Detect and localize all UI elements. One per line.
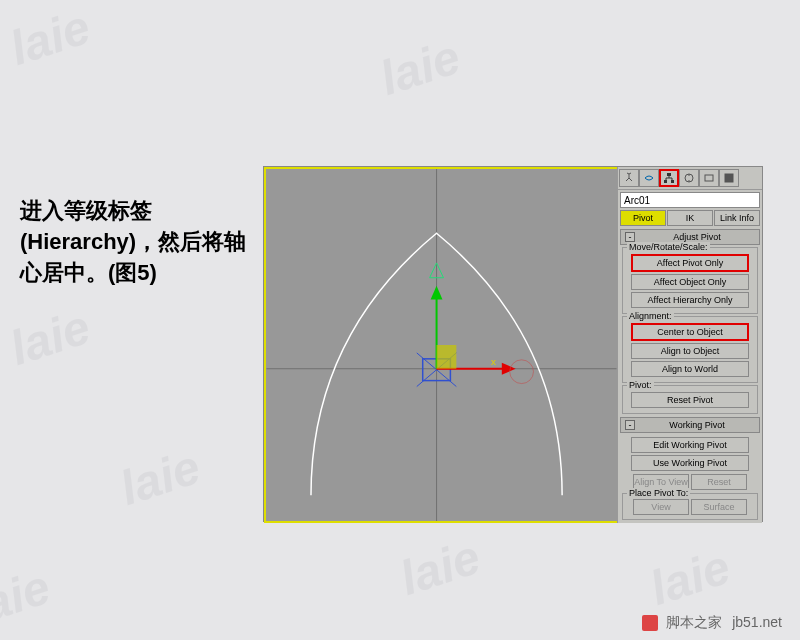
group-label: Pivot: bbox=[627, 380, 654, 390]
hierarchy-subtabs: Pivot IK Link Info bbox=[620, 210, 760, 226]
use-working-pivot-button[interactable]: Use Working Pivot bbox=[631, 455, 749, 471]
footer-icon bbox=[642, 615, 658, 631]
place-view-button[interactable]: View bbox=[633, 499, 689, 515]
minus-icon: - bbox=[625, 232, 635, 242]
utilities-tab-icon[interactable] bbox=[719, 169, 739, 187]
panel-tabs bbox=[618, 167, 762, 190]
svg-point-11 bbox=[510, 360, 534, 384]
svg-rect-17 bbox=[705, 175, 713, 181]
edit-working-pivot-button[interactable]: Edit Working Pivot bbox=[631, 437, 749, 453]
rollout-label: Adjust Pivot bbox=[639, 232, 755, 242]
create-tab-icon[interactable] bbox=[619, 169, 639, 187]
svg-rect-18 bbox=[725, 174, 733, 182]
group-label: Place Pivot To: bbox=[627, 488, 690, 498]
hierarchy-tab-icon[interactable] bbox=[659, 169, 679, 187]
watermark: laie bbox=[113, 439, 206, 516]
svg-rect-14 bbox=[664, 180, 667, 183]
minus-icon: - bbox=[625, 420, 635, 430]
svg-rect-13 bbox=[667, 173, 671, 176]
watermark: laie bbox=[0, 559, 57, 636]
watermark: laie bbox=[3, 299, 96, 376]
motion-tab-icon[interactable] bbox=[679, 169, 699, 187]
linkinfo-subtab[interactable]: Link Info bbox=[714, 210, 760, 226]
svg-rect-9 bbox=[437, 345, 457, 369]
center-to-object-button[interactable]: Center to Object bbox=[631, 323, 749, 341]
reset-pivot-button[interactable]: Reset Pivot bbox=[631, 392, 749, 408]
viewport[interactable]: x bbox=[264, 167, 618, 523]
pivot-subtab[interactable]: Pivot bbox=[620, 210, 666, 226]
working-pivot-rollout[interactable]: -Working Pivot bbox=[620, 417, 760, 433]
footer-url: jb51.net bbox=[732, 614, 782, 630]
group-label: Move/Rotate/Scale: bbox=[627, 242, 710, 252]
svg-marker-8 bbox=[502, 363, 516, 375]
svg-marker-6 bbox=[431, 286, 443, 300]
move-rotate-scale-group: Move/Rotate/Scale: Affect Pivot Only Aff… bbox=[622, 247, 758, 314]
affect-hierarchy-only-button[interactable]: Affect Hierarchy Only bbox=[631, 292, 749, 308]
reset-working-button[interactable]: Reset bbox=[691, 474, 747, 490]
app-window: x Arc01 Pivot IK Link Info -Adjust Pivot… bbox=[263, 166, 763, 522]
ik-subtab[interactable]: IK bbox=[667, 210, 713, 226]
watermark: laie bbox=[643, 539, 736, 616]
place-pivot-group: Place Pivot To: View Surface bbox=[622, 493, 758, 520]
affect-object-only-button[interactable]: Affect Object Only bbox=[631, 274, 749, 290]
watermark: laie bbox=[393, 529, 486, 606]
instruction-text: 进入等级标签 (Hierarchy)，然后将轴心居中。(图5) bbox=[20, 196, 250, 288]
viewport-canvas: x bbox=[266, 169, 617, 521]
affect-pivot-only-button[interactable]: Affect Pivot Only bbox=[631, 254, 749, 272]
svg-rect-15 bbox=[671, 180, 674, 183]
watermark: laie bbox=[373, 29, 466, 106]
modify-tab-icon[interactable] bbox=[639, 169, 659, 187]
alignment-group: Alignment: Center to Object Align to Obj… bbox=[622, 316, 758, 383]
place-surface-button[interactable]: Surface bbox=[691, 499, 747, 515]
object-name-field[interactable]: Arc01 bbox=[620, 192, 760, 208]
align-to-object-button[interactable]: Align to Object bbox=[631, 343, 749, 359]
group-label: Alignment: bbox=[627, 311, 674, 321]
footer-attribution: 脚本之家 jb51.net bbox=[642, 614, 782, 632]
svg-text:x: x bbox=[491, 356, 496, 367]
display-tab-icon[interactable] bbox=[699, 169, 719, 187]
command-panel: Arc01 Pivot IK Link Info -Adjust Pivot M… bbox=[617, 167, 762, 523]
footer-name: 脚本之家 bbox=[666, 614, 722, 630]
align-to-world-button[interactable]: Align to World bbox=[631, 361, 749, 377]
watermark: laie bbox=[3, 0, 96, 76]
rollout-label: Working Pivot bbox=[639, 420, 755, 430]
pivot-group: Pivot: Reset Pivot bbox=[622, 385, 758, 414]
